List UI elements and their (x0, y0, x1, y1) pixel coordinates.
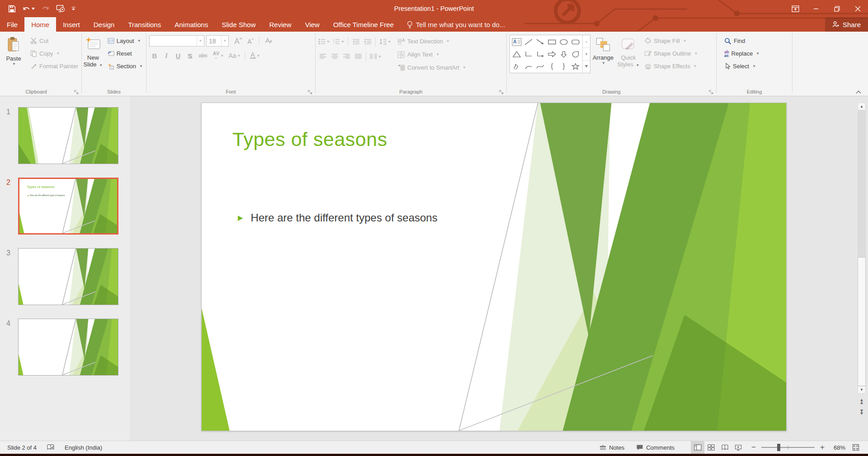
next-slide-button[interactable]: ▼▼ (858, 407, 866, 418)
undo-icon[interactable] (22, 5, 35, 12)
columns-button[interactable]: ▼ (368, 51, 383, 62)
slide-title-text[interactable]: Types of seasons (232, 128, 387, 150)
customize-quick-access-icon[interactable] (71, 7, 75, 11)
ribbon-display-options-icon[interactable] (785, 0, 806, 17)
character-spacing-button[interactable]: AV↔▼ (211, 50, 226, 61)
slide-canvas[interactable]: Types of seasons ▶ Here are the differen… (201, 103, 787, 431)
minimize-icon[interactable] (806, 0, 826, 17)
tab-home[interactable]: Home (24, 17, 56, 32)
grow-font-button[interactable] (232, 36, 243, 47)
zoom-out-button[interactable]: − (750, 443, 758, 452)
copy-button[interactable]: Copy▼ (28, 48, 80, 59)
tab-view[interactable]: View (298, 17, 326, 32)
bold-button[interactable]: B (149, 50, 160, 61)
clipboard-dialog-launcher[interactable] (74, 90, 79, 94)
gallery-scroll-down[interactable]: ▼ (583, 47, 590, 60)
arrange-button[interactable]: Arrange ▼ (590, 34, 616, 87)
paste-button[interactable]: Paste ▼ (3, 34, 24, 87)
quick-styles-button[interactable]: QuickStyles ▼ (616, 34, 641, 87)
section-button[interactable]: Section▼ (105, 61, 145, 72)
paste-dropdown[interactable]: ▼ (12, 62, 16, 66)
shape-effects-button[interactable]: Shape Effects▼ (642, 61, 700, 72)
text-direction-button[interactable]: Text Direction▼ (395, 36, 468, 47)
restore-icon[interactable] (826, 0, 847, 17)
shrink-font-button[interactable] (245, 36, 256, 47)
slide-4-thumbnail[interactable] (18, 319, 118, 376)
previous-slide-button[interactable]: ▲▲ (858, 396, 866, 407)
font-name-dropdown[interactable]: ▼ (197, 36, 204, 46)
tab-transitions[interactable]: Transitions (121, 17, 168, 32)
align-right-button[interactable] (341, 51, 352, 62)
close-icon[interactable] (847, 0, 868, 17)
tab-review[interactable]: Review (262, 17, 298, 32)
notes-button[interactable]: Notes (597, 441, 627, 454)
gallery-scroll-up[interactable]: ▲ (583, 35, 590, 47)
share-button[interactable]: Share (825, 17, 868, 32)
font-size-dropdown[interactable]: ▼ (221, 36, 228, 46)
zoom-level[interactable]: 68% (826, 444, 845, 451)
line-spacing-button[interactable]: ▼ (378, 36, 392, 47)
align-left-button[interactable] (317, 51, 328, 62)
text-shadow-button[interactable]: S (184, 50, 195, 61)
arrange-dropdown[interactable]: ▼ (602, 61, 605, 65)
clear-formatting-button[interactable] (263, 36, 274, 47)
scrollbar-track[interactable] (858, 110, 866, 386)
zoom-slider-thumb[interactable] (777, 444, 780, 451)
font-size-combo[interactable]: 18 ▼ (206, 35, 229, 47)
collapse-ribbon-chevron[interactable] (855, 90, 862, 94)
layout-button[interactable]: Layout▼ (105, 35, 145, 47)
tell-me-box[interactable]: Tell me what you want to do... (401, 17, 512, 32)
shape-star[interactable] (570, 61, 581, 72)
slide-indicator[interactable]: Slide 2 of 4 (7, 444, 37, 451)
tab-insert[interactable]: Insert (56, 17, 87, 32)
scroll-down-button[interactable]: ▼ (858, 386, 866, 394)
justify-button[interactable] (353, 51, 363, 62)
language-indicator[interactable]: English (India) (65, 444, 102, 451)
change-case-button[interactable]: Aa▼ (227, 50, 242, 61)
slide-3-thumbnail[interactable] (18, 248, 118, 305)
tab-file[interactable]: File (0, 17, 24, 32)
bullets-button[interactable]: ▼ (317, 36, 331, 47)
find-button[interactable]: Find (722, 35, 762, 47)
scroll-up-button[interactable]: ▲ (858, 103, 866, 110)
tab-design[interactable]: Design (87, 17, 122, 32)
shape-down-arrow[interactable] (558, 48, 569, 60)
reset-button[interactable]: Reset (105, 48, 145, 59)
new-slide-dropdown[interactable]: ▼ (99, 63, 103, 67)
strikethrough-button[interactable]: abc (196, 50, 210, 61)
shape-rounded-rectangle[interactable] (570, 36, 581, 47)
shape-right-brace[interactable] (558, 61, 569, 72)
tab-animations[interactable]: Animations (168, 17, 215, 32)
underline-button[interactable]: U (173, 50, 184, 61)
shape-arc[interactable] (523, 61, 534, 72)
comments-button[interactable]: Comments (633, 441, 677, 454)
convert-to-smartart-button[interactable]: Convert to SmartArt▼ (395, 62, 468, 73)
shape-scribble[interactable] (511, 61, 522, 72)
shape-rectangle[interactable] (547, 36, 557, 47)
shape-outline-button[interactable]: Shape Outline▼ (642, 48, 700, 59)
font-name-combo[interactable]: ▼ (149, 35, 204, 47)
slide-bullet-item[interactable]: ▶ Here are the different types of season… (238, 212, 438, 224)
scrollbar-thumb[interactable] (858, 257, 866, 386)
tab-office-timeline-free[interactable]: Office Timeline Free (326, 17, 401, 32)
slideshow-view-button[interactable] (731, 441, 745, 454)
replace-button[interactable]: abac Replace▼ (722, 48, 762, 59)
increase-indent-button[interactable] (362, 36, 373, 47)
new-slide-button[interactable]: NewSlide ▼ (83, 34, 104, 87)
shape-triangle[interactable] (511, 48, 522, 60)
font-color-button[interactable]: A▼ (247, 50, 263, 61)
italic-button[interactable]: I (161, 50, 172, 61)
shape-arrow[interactable] (535, 36, 546, 47)
save-icon[interactable] (8, 5, 16, 13)
align-text-button[interactable]: Align Text▼ (395, 49, 468, 60)
spell-check-icon[interactable] (47, 444, 55, 451)
shape-fill-button[interactable]: Shape Fill▼ (642, 35, 700, 47)
reading-view-button[interactable] (718, 441, 731, 454)
shape-oval[interactable] (558, 36, 569, 47)
shape-right-arrow[interactable] (547, 48, 557, 60)
slide-sorter-view-button[interactable] (704, 441, 718, 454)
start-slideshow-icon[interactable] (56, 5, 65, 13)
zoom-slider-track[interactable] (761, 447, 815, 448)
shape-curve[interactable] (535, 61, 546, 72)
zoom-in-button[interactable]: + (818, 443, 826, 452)
